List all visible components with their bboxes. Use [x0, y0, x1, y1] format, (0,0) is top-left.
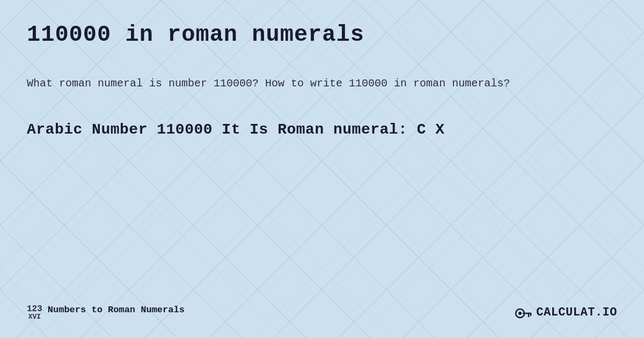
brand-label: Numbers to Roman Numerals	[48, 305, 185, 315]
logo-icon	[514, 303, 533, 322]
brand-roman: XVI	[28, 313, 41, 320]
page-title: 110000 in roman numerals	[27, 21, 617, 48]
svg-point-7	[518, 312, 522, 315]
site-brand: 123 XVI Numbers to Roman Numerals	[27, 305, 185, 320]
description-text: What roman numeral is number 110000? How…	[27, 75, 617, 92]
logo-text: CALCULAT.IO	[536, 306, 617, 319]
result-text: Arabic Number 110000 It Is Roman numeral…	[27, 119, 617, 140]
calculat-logo: CALCULAT.IO	[514, 303, 617, 322]
brand-arabic: 123	[27, 305, 42, 313]
brand-numbers: 123 XVI	[27, 305, 42, 320]
